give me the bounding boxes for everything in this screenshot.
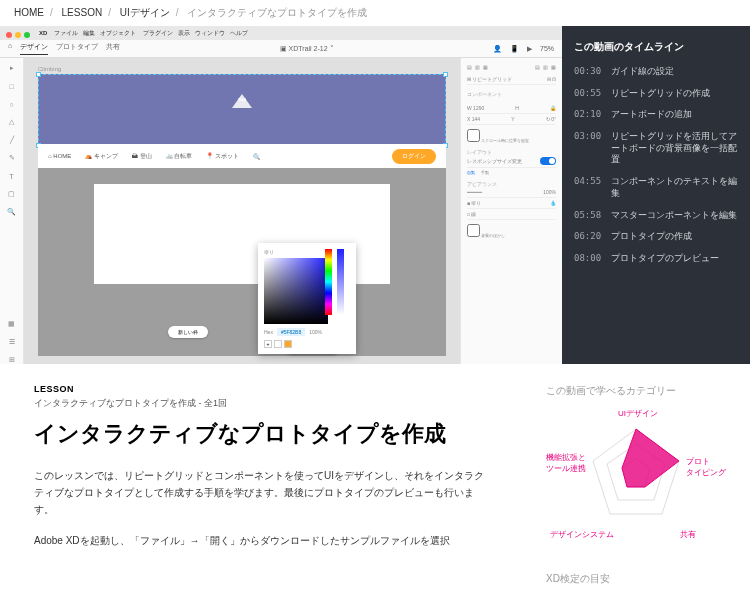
swatch-add[interactable]: + xyxy=(264,340,272,348)
nav-climb[interactable]: 🏔 登山 xyxy=(132,152,152,161)
zoom-value[interactable]: 75% xyxy=(540,45,554,52)
tab-design[interactable]: デザイン xyxy=(20,42,48,55)
artboard-tool[interactable]: ▢ xyxy=(8,190,16,198)
timeline-label: コンポーネントのテキストを編集 xyxy=(611,176,738,199)
crumb-category[interactable]: UIデザイン xyxy=(120,7,170,18)
invite-icon[interactable]: 👤 xyxy=(493,45,502,53)
lesson-badge: LESSON xyxy=(34,384,486,394)
select-tool[interactable]: ▸ xyxy=(8,64,16,72)
lesson-subtitle: インタラクティブなプロトタイプを作成 - 全1回 xyxy=(34,397,486,410)
timeline-time: 04:55 xyxy=(574,176,601,199)
timeline-label: マスターコンポーネントを編集 xyxy=(611,210,737,222)
align-icon[interactable]: ▥ xyxy=(543,64,548,70)
alpha-slider[interactable] xyxy=(337,249,344,315)
timeline-label: プロトタイプの作成 xyxy=(611,231,692,243)
nav-camp[interactable]: ⛺ キャンプ xyxy=(85,152,118,161)
timeline-label: リピートグリッドの作成 xyxy=(611,88,710,100)
home-icon[interactable]: ⌂ xyxy=(8,42,12,55)
timeline-item[interactable]: 08:00プロトタイプのプレビュー xyxy=(574,253,738,265)
mac-menu-items[interactable]: XD ファイル編集オブジェクト プラグイン表示ウィンドウヘルプ xyxy=(39,29,253,38)
plugins-icon[interactable]: ⊞ xyxy=(8,356,16,364)
swatch[interactable] xyxy=(274,340,282,348)
properties-panel: ▤▥▦ ▤▥▦ ⊞ リピートグリッド⊟ ⊡ コンポーネント W 1290H🔒 X… xyxy=(460,58,562,364)
categories-title: この動画で学べるカテゴリー xyxy=(546,384,724,398)
nav-spot[interactable]: 📍 スポット xyxy=(206,152,239,161)
swatch[interactable] xyxy=(284,340,292,348)
xd-topbar: ⌂ デザイン プロトタイプ 共有 ▣ XDTrail 2-12 ˅ 👤 📱 ▶ … xyxy=(0,40,562,58)
tab-share[interactable]: 共有 xyxy=(106,42,120,55)
lock-icon[interactable]: 🔒 xyxy=(550,105,556,111)
radar-label-ext[interactable]: 機能拡張と ツール連携 xyxy=(546,452,586,474)
align-icon[interactable]: ▦ xyxy=(551,64,556,70)
ellipse-tool[interactable]: ○ xyxy=(8,100,16,108)
lesson-title: インタラクティブなプロトタイプを作成 xyxy=(34,420,486,449)
timeline-time: 08:00 xyxy=(574,253,601,265)
artboard-label[interactable]: Climbing xyxy=(38,66,446,72)
align-icon[interactable]: ▥ xyxy=(475,64,480,70)
timeline-title: この動画のタイムライン xyxy=(574,40,738,54)
timeline-time: 06:20 xyxy=(574,231,601,243)
timeline-item[interactable]: 03:00リピートグリッドを活用してアートボードの背景画像を一括配置 xyxy=(574,131,738,166)
line-tool[interactable]: ╱ xyxy=(8,136,16,144)
align-icon[interactable]: ▦ xyxy=(483,64,488,70)
mobile-icon[interactable]: 📱 xyxy=(510,45,519,53)
login-button[interactable]: ログイン xyxy=(392,149,436,164)
breadcrumb: HOME/ LESSON/ UIデザイン/ インタラクティブなプロトタイプを作成 xyxy=(0,0,750,26)
align-icon[interactable]: ▤ xyxy=(467,64,472,70)
timeline-label: ガイド線の設定 xyxy=(611,66,674,78)
site-navbar: ⌂ HOME ⛺ キャンプ 🏔 登山 🚲 自転車 📍 スポット 🔍 ログイン xyxy=(38,144,446,168)
radar-svg xyxy=(586,424,686,524)
canvas[interactable]: Climbing Trail ⌂ HOME ⛺ キャンプ 🏔 登山 🚲 自転車 … xyxy=(24,58,460,364)
align-icon[interactable]: ▤ xyxy=(535,64,540,70)
timeline-time: 05:58 xyxy=(574,210,601,222)
radar-label-ds[interactable]: デザインシステム xyxy=(550,529,614,540)
artboard-header[interactable]: Trail xyxy=(38,74,446,146)
assets-icon[interactable]: ▦ xyxy=(8,320,16,328)
radar-label-ui[interactable]: UIデザイン xyxy=(618,408,658,419)
timeline-label: リピートグリッドを活用してアートボードの背景画像を一括配置 xyxy=(611,131,738,166)
logo-icon: Trail xyxy=(225,81,259,115)
zoom-tool[interactable]: 🔍 xyxy=(8,208,16,216)
timeline-item[interactable]: 02:10アートボードの追加 xyxy=(574,109,738,121)
nav-home[interactable]: ⌂ HOME xyxy=(48,153,71,159)
radar-label-share[interactable]: 共有 xyxy=(680,529,696,540)
timeline-time: 00:55 xyxy=(574,88,601,100)
eyedropper-icon[interactable]: 💧 xyxy=(550,200,556,206)
tab-prototype[interactable]: プロトタイプ xyxy=(56,42,98,55)
rect-tool[interactable]: □ xyxy=(8,82,16,90)
crumb-home[interactable]: HOME xyxy=(14,7,44,18)
repeat-grid-button[interactable]: ⊞ リピートグリッド xyxy=(467,76,512,82)
responsive-toggle[interactable] xyxy=(540,157,556,165)
timeline-label: アートボードの追加 xyxy=(611,109,692,121)
layers-icon[interactable]: ☰ xyxy=(8,338,16,346)
small-pill-button[interactable]: 新しい枠 xyxy=(168,326,208,338)
polygon-tool[interactable]: △ xyxy=(8,118,16,126)
timeline-item[interactable]: 05:58マスターコンポーネントを編集 xyxy=(574,210,738,222)
cert-title: XD検定の目安 xyxy=(546,572,724,586)
blur-checkbox[interactable] xyxy=(467,224,480,237)
timeline-item[interactable]: 04:55コンポーネントのテキストを編集 xyxy=(574,176,738,199)
timeline-item[interactable]: 00:30ガイド線の設定 xyxy=(574,66,738,78)
play-icon[interactable]: ▶ xyxy=(527,45,532,53)
nav-bike[interactable]: 🚲 自転車 xyxy=(166,152,193,161)
radar-label-proto[interactable]: プロト タイピング xyxy=(686,456,726,478)
video-timeline: この動画のタイムライン 00:30ガイド線の設定00:55リピートグリッドの作成… xyxy=(562,26,750,364)
pen-tool[interactable]: ✎ xyxy=(8,154,16,162)
tool-panel: ▸ □ ○ △ ╱ ✎ T ▢ 🔍 ▦ ☰ ⊞ xyxy=(0,58,24,364)
lesson-paragraph: Adobe XDを起動し、「ファイル」→「開く」からダウンロードしたサンプルファ… xyxy=(34,532,486,549)
artboard-body[interactable]: 新しい枠 xyxy=(38,168,446,356)
color-field[interactable] xyxy=(264,258,328,324)
nav-search-icon[interactable]: 🔍 xyxy=(253,153,260,160)
crumb-lesson[interactable]: LESSON xyxy=(62,7,103,18)
svg-marker-3 xyxy=(622,429,679,487)
mac-menubar: XD ファイル編集オブジェクト プラグイン表示ウィンドウヘルプ xyxy=(0,26,562,40)
color-picker[interactable]: 塗り Hex #5F82B8 100% + xyxy=(258,243,356,354)
hex-input[interactable]: #5F82B8 xyxy=(277,328,305,336)
hue-slider[interactable] xyxy=(325,249,332,315)
traffic-lights[interactable] xyxy=(6,24,33,42)
fix-scroll-checkbox[interactable] xyxy=(467,129,480,142)
timeline-item[interactable]: 06:20プロトタイプの作成 xyxy=(574,231,738,243)
text-tool[interactable]: T xyxy=(8,172,16,180)
crumb-current: インタラクティブなプロトタイプを作成 xyxy=(187,7,367,18)
timeline-item[interactable]: 00:55リピートグリッドの作成 xyxy=(574,88,738,100)
